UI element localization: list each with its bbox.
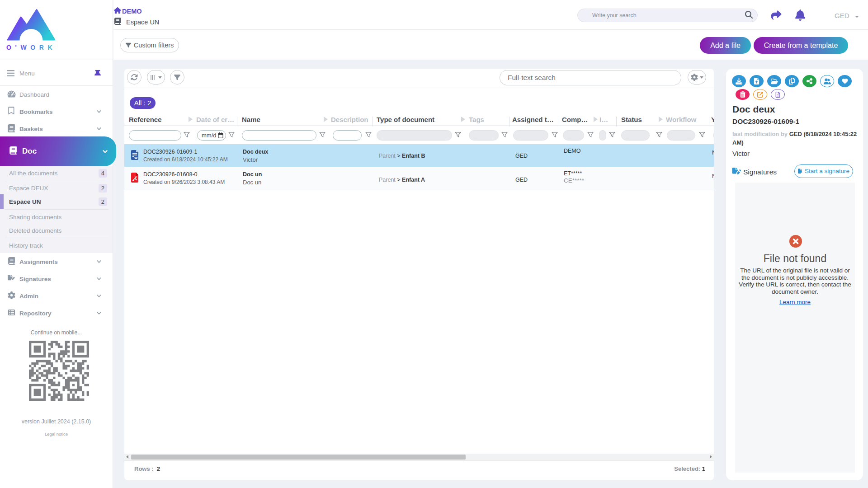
svg-text:w: w [134, 155, 137, 160]
svg-text:O'WORK: O'WORK [6, 44, 56, 51]
